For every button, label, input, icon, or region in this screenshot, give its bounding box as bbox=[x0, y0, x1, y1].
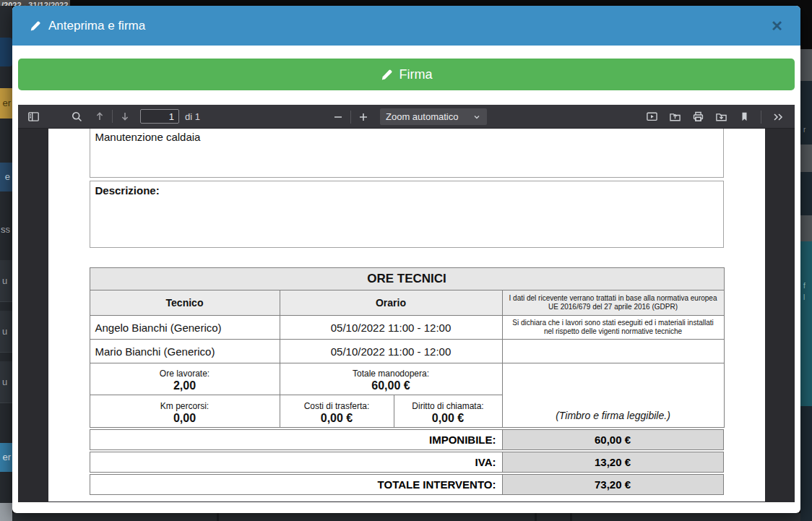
backdrop-gold-chip: er bbox=[0, 88, 12, 119]
search-icon bbox=[71, 111, 83, 123]
backdrop-list-item: u bbox=[0, 260, 12, 302]
page-count-label: di 1 bbox=[185, 111, 200, 122]
search-button[interactable] bbox=[67, 107, 86, 126]
zoom-out-button[interactable] bbox=[329, 108, 347, 126]
bookmark-icon bbox=[739, 111, 750, 122]
totale-manodopera-value: 60,00 € bbox=[280, 379, 502, 392]
description-label: Descrizione: bbox=[95, 184, 160, 197]
orario-cell: 05/10/2022 11:00 - 12:00 bbox=[280, 316, 502, 340]
orario-cell: 05/10/2022 11:00 - 12:00 bbox=[280, 340, 502, 363]
arrow-up-icon bbox=[94, 111, 105, 122]
folder-download-icon bbox=[715, 111, 727, 123]
totale-intervento-value: 73,20 € bbox=[502, 474, 724, 495]
page-number-input[interactable] bbox=[140, 109, 179, 124]
modal-header: Anteprima e firma ✕ bbox=[12, 6, 800, 46]
backdrop-text-fragment: ss bbox=[1, 224, 10, 235]
ore-lavorate-label: Ore lavorate: bbox=[90, 366, 280, 379]
toolbar-more-button[interactable] bbox=[769, 108, 787, 126]
table-title-row: ORE TECNICI bbox=[90, 268, 724, 290]
backdrop-right-fragment: r bbox=[800, 81, 812, 145]
ore-lavorate-value: 2,00 bbox=[90, 379, 280, 392]
folder-open-icon bbox=[669, 111, 681, 123]
zoom-in-button[interactable] bbox=[354, 108, 373, 126]
download-button[interactable] bbox=[712, 108, 730, 126]
modal-body: Firma bbox=[12, 46, 800, 502]
km-percorsi-value: 0,00 bbox=[90, 411, 280, 425]
costi-trasferta-label: Costi di trasferta: bbox=[280, 398, 394, 411]
presentation-mode-button[interactable] bbox=[642, 108, 661, 126]
intervention-text: Manutenzione caldaia bbox=[95, 131, 201, 143]
diritto-chiamata-label: Diritto di chiamata: bbox=[394, 398, 502, 411]
backdrop-navy-chip bbox=[0, 38, 12, 66]
totale-intervento-row: TOTALE INTERVENTO: 73,20 € bbox=[90, 474, 724, 495]
next-page-button[interactable] bbox=[116, 107, 134, 126]
col-header-orario: Orario bbox=[280, 290, 502, 316]
stats-row-1: Ore lavorate: 2,00 Totale manodopera: 60… bbox=[90, 363, 724, 395]
chevron-double-right-icon bbox=[772, 111, 784, 123]
imponibile-value: 60,00 € bbox=[502, 429, 724, 450]
description-box: Descrizione: bbox=[90, 181, 724, 248]
iva-value: 13,20 € bbox=[502, 452, 724, 473]
pdf-toolbar: di 1 bbox=[18, 105, 795, 129]
print-icon bbox=[692, 111, 704, 123]
sidebar-toggle-button[interactable] bbox=[24, 107, 43, 126]
ore-tecnici-table: ORE TECNICI Tecnico Orario I dati del ri… bbox=[90, 267, 724, 495]
arrow-down-icon bbox=[119, 111, 131, 122]
firma-button[interactable]: Firma bbox=[18, 59, 795, 90]
sidebar-toggle-icon bbox=[27, 111, 40, 123]
costi-trasferta-value: 0,00 € bbox=[280, 411, 394, 425]
totale-manodopera-label: Totale manodopera: bbox=[280, 366, 502, 379]
totale-manodopera-cell: Totale manodopera: 60,00 € bbox=[280, 363, 502, 395]
pdf-viewer-canvas-area[interactable]: Manutenzione caldaia Descrizione: ORE TE… bbox=[18, 129, 795, 501]
intervention-box: Manutenzione caldaia bbox=[90, 129, 724, 178]
minus-icon bbox=[332, 111, 344, 123]
previous-page-button[interactable] bbox=[90, 107, 109, 126]
current-view-bookmark-button[interactable] bbox=[735, 108, 753, 126]
backdrop-date-range: /2022 - 31/12/2022 bbox=[0, 0, 70, 6]
iva-row: IVA: 13,20 € bbox=[90, 452, 724, 473]
table-title: ORE TECNICI bbox=[90, 268, 724, 290]
empty-cell bbox=[502, 340, 724, 363]
costi-trasferta-cell: Costi di trasferta: 0,00 € bbox=[280, 395, 394, 428]
backdrop-list-item: u bbox=[0, 311, 12, 353]
table-header-row: Tecnico Orario I dati del ricevente verr… bbox=[90, 290, 724, 316]
screen: /2022 - 31/12/2022 er e ss u u u er r f … bbox=[0, 0, 812, 521]
backdrop-bottom-strip bbox=[12, 513, 800, 521]
modal-title: Anteprima e firma bbox=[30, 19, 145, 33]
gdpr-note: I dati del ricevente verrano trattati in… bbox=[502, 290, 724, 316]
imponibile-row: IMPONIBILE: 60,00 € bbox=[90, 429, 724, 450]
pencil-icon bbox=[381, 69, 393, 81]
backdrop-right-strip: r f l bbox=[800, 6, 812, 521]
tecnico-cell: Mario Bianchi (Generico) bbox=[90, 340, 280, 363]
print-button[interactable] bbox=[688, 108, 707, 126]
timbro-note: (Timbro e firma leggibile.) bbox=[502, 363, 724, 428]
open-file-button[interactable] bbox=[665, 108, 684, 126]
backdrop-left-strip: er e ss u u u er bbox=[0, 6, 12, 521]
backdrop-teal-block: f l bbox=[800, 241, 812, 406]
preview-sign-modal: Anteprima e firma ✕ Firma bbox=[12, 6, 800, 513]
declaration-note: Si dichiara che i lavori sono stati eseg… bbox=[502, 316, 724, 340]
iva-label: IVA: bbox=[90, 452, 502, 473]
backdrop-right-fragment: l bbox=[803, 293, 805, 301]
presentation-icon bbox=[646, 111, 658, 123]
close-icon[interactable]: ✕ bbox=[771, 19, 783, 33]
chevron-down-icon bbox=[472, 113, 481, 121]
backdrop-list-item: u bbox=[0, 361, 12, 403]
col-header-tecnico: Tecnico bbox=[90, 290, 280, 316]
backdrop-steel-chip: e bbox=[0, 163, 12, 191]
plus-icon bbox=[358, 111, 369, 123]
tecnico-cell: Angelo Bianchi (Generico) bbox=[90, 316, 280, 340]
backdrop-left-footer bbox=[0, 503, 12, 521]
modal-title-text: Anteprima e firma bbox=[48, 19, 145, 33]
backdrop-top-strip: /2022 - 31/12/2022 bbox=[0, 0, 812, 6]
pdf-viewer: di 1 bbox=[18, 105, 795, 502]
table-row: Mario Bianchi (Generico) 05/10/2022 11:0… bbox=[90, 340, 724, 363]
km-percorsi-label: Km percorsi: bbox=[90, 398, 280, 411]
zoom-select[interactable]: Zoom automatico bbox=[380, 108, 487, 125]
totale-intervento-label: TOTALE INTERVENTO: bbox=[90, 474, 502, 495]
backdrop-blue-chip: er bbox=[0, 443, 12, 472]
ore-lavorate-cell: Ore lavorate: 2,00 bbox=[90, 363, 280, 395]
diritto-chiamata-cell: Diritto di chiamata: 0,00 € bbox=[394, 395, 502, 428]
diritto-chiamata-value: 0,00 € bbox=[394, 411, 502, 425]
table-row: Angelo Bianchi (Generico) 05/10/2022 11:… bbox=[90, 316, 724, 340]
